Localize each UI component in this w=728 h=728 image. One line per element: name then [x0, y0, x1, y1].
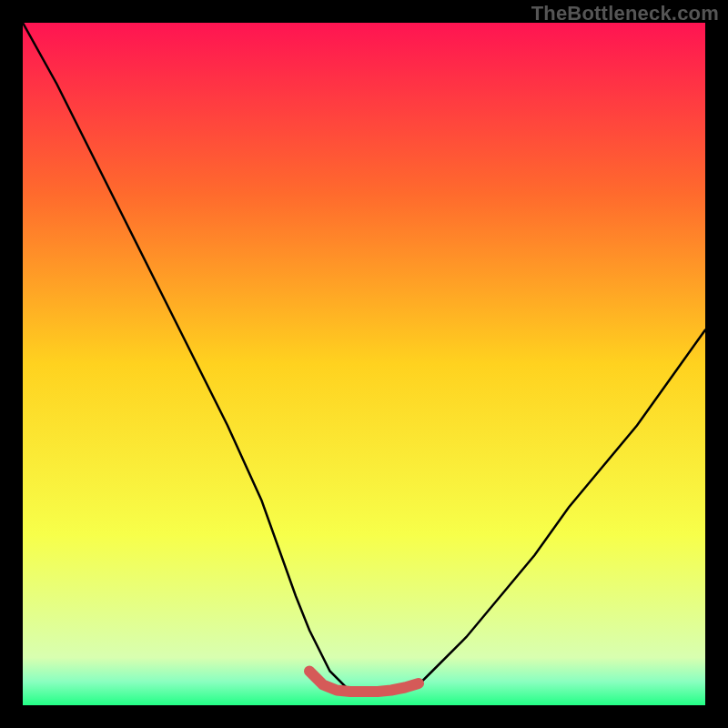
chart-frame: TheBottleneck.com [0, 0, 728, 728]
plot-area [23, 23, 705, 705]
gradient-background [23, 23, 705, 705]
chart-svg [23, 23, 705, 705]
